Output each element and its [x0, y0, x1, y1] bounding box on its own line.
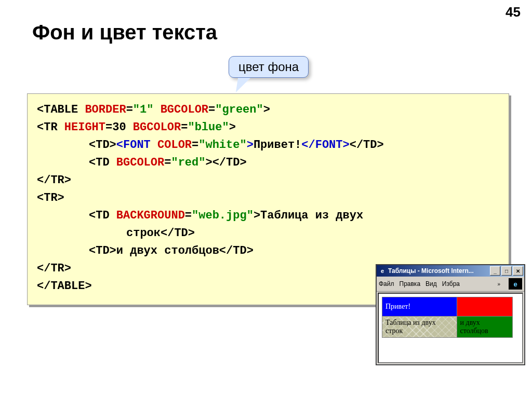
callout-tail	[230, 78, 250, 92]
menu-view[interactable]: Вид	[425, 280, 437, 287]
close-button[interactable]: ✕	[513, 266, 523, 276]
demo-table: Привет! Таблица из двух строк и двух сто…	[382, 297, 513, 338]
maximize-button[interactable]: □	[501, 266, 512, 276]
cell-red	[457, 297, 512, 317]
code-line: </TR>	[37, 172, 499, 189]
code-line: <TD BGCOLOR="red"></TD>	[37, 154, 499, 172]
menu-favorites[interactable]: Избра	[442, 280, 460, 287]
code-line: строк</TD>	[37, 225, 499, 242]
table-row: Таблица из двух строк и двух столбцов	[382, 317, 513, 338]
code-line: <TR HEIGHT=30 BGCOLOR="blue">	[37, 119, 499, 136]
menu-file[interactable]: Файл	[379, 280, 394, 287]
code-line: <TR>	[37, 189, 499, 207]
menubar: Файл Правка Вид Избра » e	[377, 277, 524, 292]
code-line: <TD BACKGROUND="web.jpg">Таблица из двух	[37, 207, 499, 225]
ie-logo-icon: e	[509, 278, 522, 290]
callout-bgcolor: цвет фона	[229, 56, 309, 78]
titlebar: e Таблицы - Microsoft Intern... _ □ ✕	[377, 265, 524, 277]
browser-content: Привет! Таблица из двух строк и двух сто…	[378, 293, 523, 363]
browser-window: e Таблицы - Microsoft Intern... _ □ ✕ Фа…	[376, 264, 525, 365]
cell-hello: Привет!	[382, 297, 457, 317]
code-line: <TD><FONT COLOR="white">Привет!</FONT></…	[37, 136, 499, 154]
window-title: Таблицы - Microsoft Intern...	[388, 267, 490, 275]
page-title: Фон и цвет текста	[32, 21, 217, 44]
chevron-right-icon[interactable]: »	[497, 281, 500, 287]
ie-icon: e	[379, 267, 386, 275]
code-line: <TABLE BORDER="1" BGCOLOR="green">	[37, 101, 499, 119]
cell-green: и двух столбцов	[457, 317, 512, 338]
menu-edit[interactable]: Правка	[400, 280, 421, 287]
page-number: 45	[506, 4, 521, 20]
minimize-button[interactable]: _	[490, 266, 500, 276]
table-row: Привет!	[382, 297, 513, 317]
code-line: <TD>и двух столбцов</TD>	[37, 242, 499, 260]
cell-web-bg: Таблица из двух строк	[382, 317, 457, 338]
